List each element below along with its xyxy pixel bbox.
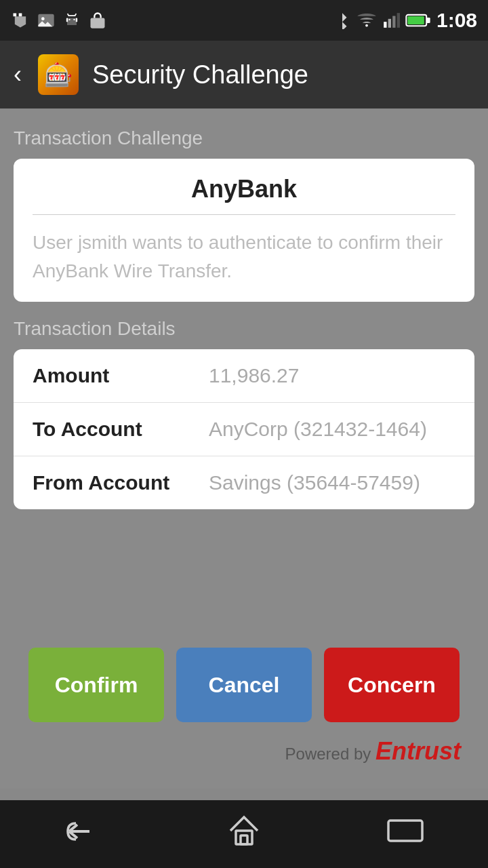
powered-by-footer: Powered by Entrust — [14, 733, 474, 775]
status-bar-right: 1:08 — [333, 9, 477, 32]
svg-rect-11 — [388, 19, 391, 28]
transaction-challenge-card: AnyBank User jsmith wants to authenticat… — [14, 159, 474, 302]
svg-rect-13 — [397, 13, 400, 28]
svg-point-5 — [73, 19, 75, 20]
buttons-row: Confirm Cancel Concern — [14, 634, 474, 733]
svg-rect-6 — [66, 18, 68, 22]
android-icon — [62, 11, 81, 30]
status-bar-left — [11, 11, 107, 30]
app-bar: ‹ 🎰 Security Challenge — [0, 41, 488, 108]
svg-rect-15 — [426, 18, 430, 23]
transaction-challenge-label: Transaction Challenge — [14, 127, 474, 149]
from-account-label: From Account — [33, 471, 209, 494]
time-display: 1:08 — [436, 9, 477, 32]
bag-icon — [88, 11, 107, 30]
nav-bar — [0, 800, 488, 868]
status-bar: 1:08 — [0, 0, 488, 41]
concern-button[interactable]: Concern — [324, 648, 460, 722]
amount-value: 11,986.27 — [209, 364, 299, 387]
app-bar-title: Security Challenge — [92, 60, 308, 90]
powered-by-label: Powered by — [285, 745, 371, 763]
svg-rect-16 — [407, 16, 424, 24]
amount-label: Amount — [33, 364, 209, 387]
confirm-button[interactable]: Confirm — [28, 648, 164, 722]
signal-icon — [382, 12, 400, 29]
svg-rect-19 — [388, 821, 422, 841]
main-content: Transaction Challenge AnyBank User jsmit… — [0, 108, 488, 789]
download-icon — [11, 11, 30, 30]
from-account-row: From Account Savings (35644-57459) — [14, 456, 474, 509]
card-description: User jsmith wants to authenticate to con… — [33, 229, 455, 285]
svg-rect-12 — [392, 16, 395, 28]
wifi-icon — [357, 10, 377, 31]
svg-rect-10 — [384, 22, 386, 28]
svg-point-4 — [68, 19, 70, 20]
svg-rect-17 — [236, 831, 252, 844]
recents-nav-icon[interactable] — [385, 817, 426, 851]
svg-point-9 — [365, 24, 368, 27]
to-account-value: AnyCorp (321432-1464) — [209, 418, 427, 441]
battery-icon — [405, 13, 431, 28]
bluetooth-icon — [333, 12, 351, 29]
svg-rect-18 — [241, 835, 247, 844]
card-bank-name: AnyBank — [33, 175, 455, 215]
to-account-row: To Account AnyCorp (321432-1464) — [14, 403, 474, 456]
transaction-details-label: Transaction Details — [14, 318, 474, 340]
svg-rect-0 — [14, 14, 17, 17]
home-nav-icon[interactable] — [227, 814, 261, 854]
svg-rect-7 — [76, 18, 77, 22]
transaction-details-card: Amount 11,986.27 To Account AnyCorp (321… — [14, 349, 474, 509]
cancel-button[interactable]: Cancel — [176, 648, 312, 722]
back-icon[interactable]: ‹ — [14, 60, 22, 89]
from-account-value: Savings (35644-57459) — [209, 471, 420, 494]
entrust-brand: Entrust — [375, 737, 461, 765]
svg-point-3 — [41, 17, 45, 20]
image-icon — [37, 11, 56, 30]
back-nav-icon[interactable] — [62, 818, 103, 851]
spacer — [14, 526, 474, 634]
amount-row: Amount 11,986.27 — [14, 349, 474, 403]
svg-rect-1 — [19, 14, 22, 17]
to-account-label: To Account — [33, 418, 209, 441]
svg-rect-8 — [91, 18, 105, 28]
app-icon: 🎰 — [38, 54, 79, 95]
